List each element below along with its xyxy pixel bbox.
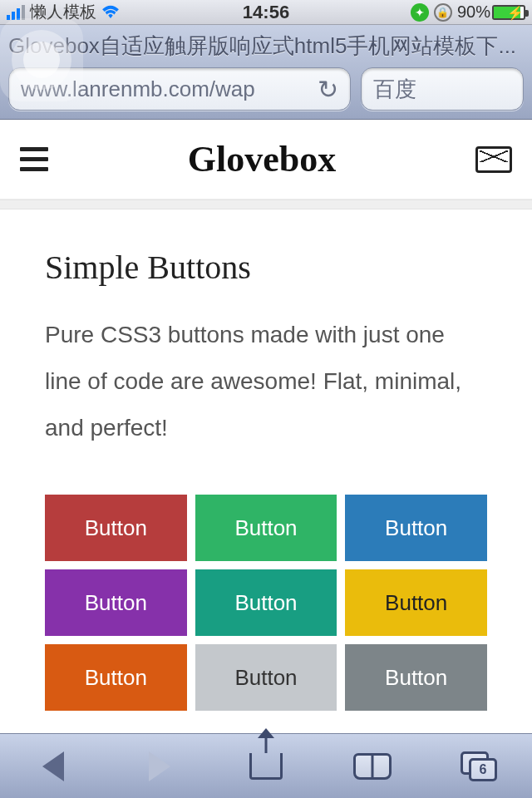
section-divider <box>0 200 532 209</box>
content: Simple Buttons Pure CSS3 buttons made wi… <box>0 209 532 711</box>
tabs-icon: 6 <box>461 751 497 781</box>
mail-icon[interactable] <box>475 146 512 173</box>
back-button[interactable] <box>28 746 78 786</box>
share-button[interactable] <box>241 746 291 786</box>
battery-percent: 90% <box>457 2 490 22</box>
clock: 14:56 <box>243 2 289 23</box>
demo-button[interactable]: Button <box>345 495 487 561</box>
tabs-button[interactable]: 6 <box>454 746 504 786</box>
tab-count: 6 <box>469 758 497 781</box>
demo-button[interactable]: Button <box>345 644 487 711</box>
share-icon <box>249 753 283 780</box>
button-grid: Button Button Button Button Button Butto… <box>45 495 487 711</box>
page-title: Glovebox自适应触屏版响应式html5手机网站模板下... <box>8 30 524 67</box>
forward-icon <box>149 751 170 781</box>
signal-icon <box>7 5 25 20</box>
browser-toolbar: 6 <box>0 733 532 798</box>
wifi-icon <box>101 2 120 23</box>
demo-button[interactable]: Button <box>45 495 187 561</box>
demo-button[interactable]: Button <box>45 569 187 636</box>
demo-button[interactable]: Button <box>195 495 337 561</box>
brand-logo: Glovebox <box>188 138 336 180</box>
webpage: Glovebox Simple Buttons Pure CSS3 button… <box>0 120 532 733</box>
status-right: ✦ 🔒 90% ⚡ <box>411 2 525 22</box>
demo-button[interactable]: Button <box>195 644 337 711</box>
demo-button[interactable]: Button <box>345 569 487 636</box>
demo-button[interactable]: Button <box>45 644 187 711</box>
search-box[interactable]: 百度 <box>361 67 524 111</box>
reload-icon[interactable]: ↻ <box>318 75 338 104</box>
app-header: Glovebox <box>0 120 532 200</box>
menu-icon[interactable] <box>20 147 48 171</box>
search-placeholder: 百度 <box>373 75 416 104</box>
section-heading: Simple Buttons <box>45 248 487 287</box>
security-app-icon: ✦ <box>411 3 429 22</box>
section-lead: Pure CSS3 buttons made with just one lin… <box>45 312 487 451</box>
demo-button[interactable]: Button <box>195 569 337 636</box>
book-icon <box>353 753 392 780</box>
rotation-lock-icon: 🔒 <box>434 3 452 22</box>
battery-icon: ⚡ <box>492 5 525 20</box>
assistive-touch-icon[interactable] <box>0 18 83 101</box>
forward-button[interactable] <box>135 746 185 786</box>
bookmarks-button[interactable] <box>347 746 397 786</box>
back-icon <box>42 751 64 781</box>
browser-chrome: Glovebox自适应触屏版响应式html5手机网站模板下... www.lan… <box>0 25 532 120</box>
